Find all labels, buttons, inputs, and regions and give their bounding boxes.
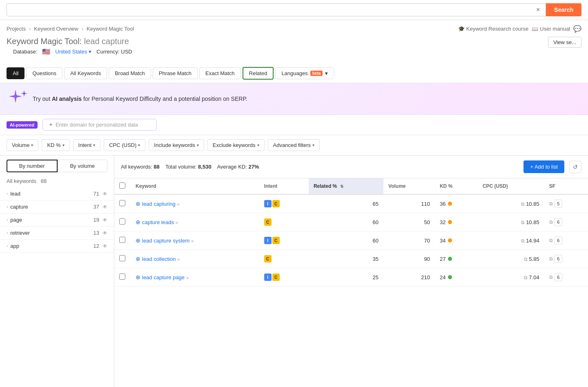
search-button[interactable]: Search xyxy=(546,3,581,16)
col-volume: Volume xyxy=(383,178,435,194)
breadcrumb: Projects › Keyword Overview › Keyword Ma… xyxy=(0,20,588,35)
keyword-link[interactable]: capture leads xyxy=(142,219,174,225)
refresh-button[interactable]: ↺ xyxy=(569,161,581,173)
table-row: ⊕lead capturing »IC6511036⧉ 10.85⧉ 5 xyxy=(114,194,588,213)
intent-badge-i: I xyxy=(264,237,272,244)
copy-icon[interactable]: ⧉ xyxy=(524,256,528,262)
sidebar-summary: All keywords 88 xyxy=(0,176,114,187)
copy-icon[interactable]: ⧉ xyxy=(521,201,525,207)
select-all-checkbox[interactable] xyxy=(119,182,125,189)
sf-cell: ⧉ 5 xyxy=(544,194,588,213)
copy-icon[interactable]: ⧉ xyxy=(549,256,553,262)
filter-advanced[interactable]: Advanced filters ▾ xyxy=(268,139,320,151)
sf-number: 6 xyxy=(554,236,562,245)
tab-all[interactable]: All xyxy=(7,67,24,79)
filter-intent[interactable]: Intent ▾ xyxy=(73,139,101,151)
sidebar-item[interactable]: › app 12 👁 xyxy=(0,240,114,253)
related-cell: 25 xyxy=(309,268,383,287)
row-checkbox[interactable] xyxy=(119,218,125,225)
copy-icon[interactable]: ⧉ xyxy=(549,274,553,280)
domain-input[interactable]: ✦ Enter domain for personalized data xyxy=(42,119,157,131)
search-input[interactable]: lead capture xyxy=(11,7,535,13)
chevron-down-icon: ▾ xyxy=(197,143,199,147)
volume-cell: 70 xyxy=(383,231,435,250)
sidebar-item[interactable]: › page 19 👁 xyxy=(0,214,114,227)
view-se-button[interactable]: View se... xyxy=(548,37,581,48)
sidebar-controls: By number By volume xyxy=(0,156,114,176)
eye-icon: 👁 xyxy=(102,217,107,223)
database-select[interactable]: United States ▾ xyxy=(55,49,91,55)
col-sf: SF xyxy=(544,178,588,194)
kd-cell: 27 xyxy=(435,250,478,268)
filter-kd[interactable]: KD % ▾ xyxy=(42,139,69,151)
table-row: ⊕lead capture system »IC607034⧉ 14.94⧉ 6 xyxy=(114,231,588,250)
copy-icon[interactable]: ⧉ xyxy=(521,220,525,225)
row-checkbox[interactable] xyxy=(119,237,125,243)
left-sidebar: By number By volume All keywords 88 › le… xyxy=(0,156,114,387)
chevron-right-icon: › xyxy=(7,218,8,222)
eye-icon: 👁 xyxy=(102,204,107,210)
tab-questions[interactable]: Questions xyxy=(26,67,62,79)
filter-exclude[interactable]: Exclude keywords ▾ xyxy=(207,139,265,151)
sf-number: 6 xyxy=(554,273,562,281)
keyword-link[interactable]: lead collection xyxy=(142,256,176,262)
row-checkbox[interactable] xyxy=(119,200,125,206)
sidebar-item[interactable]: › retriever 13 👁 xyxy=(0,227,114,240)
intent-badge-c: C xyxy=(272,200,280,207)
tab-broad-match[interactable]: Broad Match xyxy=(109,67,151,79)
add-to-list-button[interactable]: + Add to list xyxy=(523,160,564,173)
filter-cpc[interactable]: CPC (USD) ▾ xyxy=(104,139,145,151)
kd-cell: 24 xyxy=(435,268,478,287)
keyword-link[interactable]: lead capturing xyxy=(142,201,176,207)
breadcrumb-projects[interactable]: Projects xyxy=(7,26,26,32)
tab-related[interactable]: Related xyxy=(243,67,274,80)
kd-cell: 36 xyxy=(435,194,478,213)
clear-button[interactable]: × xyxy=(535,6,541,13)
user-manual-link[interactable]: 📖 User manual xyxy=(532,26,570,32)
chevron-right-icon: › xyxy=(7,205,8,209)
intent-badge-c: C xyxy=(272,274,280,281)
arrows-icon: » xyxy=(176,220,178,225)
row-checkbox[interactable] xyxy=(119,274,125,280)
filter-include[interactable]: Include keywords ▾ xyxy=(149,139,204,151)
sidebar-item[interactable]: › capture 37 👁 xyxy=(0,200,114,214)
copy-icon[interactable]: ⧉ xyxy=(549,201,553,207)
plus-circle-icon: ⊕ xyxy=(136,237,140,244)
keyword-link[interactable]: lead capture page xyxy=(142,274,185,280)
copy-icon[interactable]: ⧉ xyxy=(524,275,528,280)
keywords-table: Keyword Intent Related % ⇅ Volume KD % C… xyxy=(114,178,588,287)
sidebar-item[interactable]: › lead 71 👁 xyxy=(0,187,114,200)
currency-label: Currency: USD xyxy=(96,49,132,55)
by-number-button[interactable]: By number xyxy=(7,160,58,172)
col-checkbox xyxy=(114,178,131,194)
copy-icon[interactable]: ⧉ xyxy=(549,238,553,243)
table-row: ⊕capture leads »C605032⧉ 10.85⧉ 6 xyxy=(114,213,588,231)
tab-languages[interactable]: Languages beta ▾ xyxy=(275,67,334,79)
tab-exact-match[interactable]: Exact Match xyxy=(199,67,241,79)
table-row: ⊕lead capture page »IC2521024⧉ 7.04⧉ 6 xyxy=(114,268,588,287)
copy-icon[interactable]: ⧉ xyxy=(549,219,553,225)
chevron-right-icon: › xyxy=(7,231,8,235)
sort-icon[interactable]: ⇅ xyxy=(340,184,343,189)
keyword-research-course-link[interactable]: 🎓 Keyword Research course xyxy=(458,26,528,32)
graduation-icon: 🎓 xyxy=(458,26,465,32)
row-checkbox[interactable] xyxy=(119,255,125,261)
ai-banner-text: Try out AI analysis for Personal Keyword… xyxy=(33,96,247,102)
tab-phrase-match[interactable]: Phrase Match xyxy=(153,67,198,79)
col-related[interactable]: Related % ⇅ xyxy=(309,178,383,194)
breadcrumb-sep-1: › xyxy=(29,26,31,32)
ai-icon-wrap xyxy=(8,89,28,109)
copy-icon[interactable]: ⧉ xyxy=(521,238,525,244)
beta-badge: beta xyxy=(310,71,323,76)
main-content: By number By volume All keywords 88 › le… xyxy=(0,156,588,387)
domain-placeholder: Enter domain for personalized data xyxy=(56,122,138,128)
keyword-link[interactable]: lead capture system xyxy=(142,238,189,244)
tab-all-keywords[interactable]: All Keywords xyxy=(64,67,107,79)
flag-icon: 🇺🇸 xyxy=(42,48,50,56)
filter-volume[interactable]: Volume ▾ xyxy=(7,139,38,151)
col-intent: Intent xyxy=(259,178,309,194)
by-volume-button[interactable]: By volume xyxy=(58,160,108,172)
chevron-down-icon: ▾ xyxy=(138,143,140,147)
breadcrumb-keyword-overview[interactable]: Keyword Overview xyxy=(34,26,78,32)
chevron-down-icon: ▾ xyxy=(257,143,259,147)
